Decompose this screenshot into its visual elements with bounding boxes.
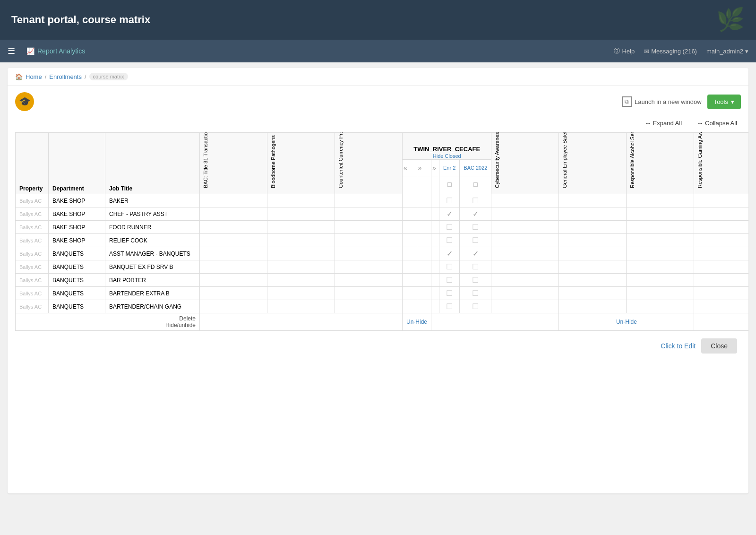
cell-mid-rotated-0	[491, 274, 559, 287]
cell-g1-col-1[interactable]: ☐	[460, 194, 491, 207]
cell-g1-col-1[interactable]: ✓	[460, 247, 491, 260]
th-property: Property	[16, 133, 49, 194]
separator2: /	[85, 73, 86, 80]
messaging-button[interactable]: ✉ Messaging (216)	[644, 48, 697, 55]
cell-g1-col-0[interactable]: ☐	[439, 234, 460, 247]
separator: /	[45, 73, 47, 80]
user-menu[interactable]: main_admin2 ▾	[706, 48, 748, 55]
cell-rotated-2	[335, 207, 403, 221]
collapse-all-button[interactable]: ↔ Collapse All	[697, 120, 737, 127]
cell-g1-col-1[interactable]: ☐	[460, 260, 491, 274]
expand-all-button[interactable]: ↔ Expand All	[645, 120, 682, 127]
cell-g1-col-1[interactable]: ☐	[460, 300, 491, 313]
table-wrapper: Property Department Job Title BAC: Title…	[8, 132, 748, 331]
cell-g1-col-0[interactable]: ☐	[439, 260, 460, 274]
breadcrumb-enrollments[interactable]: Enrollments	[49, 73, 82, 80]
cell-department: BANQUETS	[49, 260, 105, 274]
cell-rotated-1	[267, 287, 335, 300]
g1-next2[interactable]: »	[431, 159, 439, 176]
cell-mid-rotated-2	[627, 274, 694, 287]
cell-rotated-0	[200, 274, 267, 287]
cell-department: BAKE SHOP	[49, 194, 105, 207]
cell-mid-rotated-1	[559, 287, 627, 300]
g1-cb2[interactable]: ☐	[460, 176, 491, 194]
table-row: Ballys ACBANQUETSBARTENDER/CHAIN GANG☐☐✓…	[16, 300, 749, 313]
cell-jobtitle: BARTENDER EXTRA B	[105, 287, 200, 300]
breadcrumb: 🏠 Home / Enrollments / course matrix	[8, 68, 748, 86]
chevron-down-icon: ▾	[731, 98, 734, 105]
cell-g1-nav-0	[403, 274, 417, 287]
cell-g1-col-0[interactable]: ☐	[439, 194, 460, 207]
cell-rotated-2	[335, 247, 403, 260]
cell-g1-col-0[interactable]: ☐	[439, 300, 460, 313]
cell-g1-nav-0	[403, 234, 417, 247]
cell-g1-nav-2	[431, 260, 439, 274]
cell-mid-rotated-1	[559, 207, 627, 221]
cell-mid-rotated-3	[694, 260, 748, 274]
cell-g1-nav-1	[417, 287, 431, 300]
cell-rotated-2	[335, 287, 403, 300]
unhide-button-1[interactable]: Un-Hide	[406, 319, 427, 325]
tools-button[interactable]: Tools ▾	[707, 95, 741, 109]
cell-g1-nav-2	[431, 300, 439, 313]
group1-name: TWIN_RIVER_CECAFE	[406, 146, 487, 153]
close-button[interactable]: Close	[701, 338, 737, 354]
help-button[interactable]: ⓪ Help	[614, 47, 635, 55]
click-to-edit-button[interactable]: Click to Edit	[661, 342, 696, 350]
th-cybersecurity: Cybersecurity Awareness for the Workplac…	[491, 133, 559, 194]
footer-row: Delete Hide/unhide Un-Hide Un-Hide	[16, 313, 749, 331]
cell-property: Ballys AC	[16, 221, 49, 234]
report-analytics-nav[interactable]: 📈 Report Analytics	[26, 47, 85, 55]
cell-g1-nav-0	[403, 287, 417, 300]
cell-g1-col-1[interactable]: ☐	[460, 221, 491, 234]
cell-g1-col-0[interactable]: ☐	[439, 287, 460, 300]
g1-next[interactable]: »	[417, 159, 431, 176]
group1-hide-closed[interactable]: Hide Closed	[433, 153, 461, 159]
trailing	[694, 313, 748, 331]
cell-rotated-2	[335, 234, 403, 247]
g1-cb1[interactable]: ☐	[439, 176, 460, 194]
cell-mid-rotated-2	[627, 207, 694, 221]
cell-g1-col-0[interactable]: ☐	[439, 274, 460, 287]
chart-icon: 📈	[26, 47, 34, 55]
cell-g1-col-1[interactable]: ☐	[460, 234, 491, 247]
cell-property: Ballys AC	[16, 274, 49, 287]
th-general-safety: General Employee Safety Training	[559, 133, 627, 194]
launch-button[interactable]: ⧉ Launch in a new window	[622, 96, 702, 107]
th-jobtitle: Job Title	[105, 133, 200, 194]
cell-g1-col-1[interactable]: ☐	[460, 287, 491, 300]
cell-g1-nav-1	[417, 234, 431, 247]
collapse-arrows-icon: ↔	[697, 120, 703, 127]
cell-mid-rotated-3	[694, 287, 748, 300]
cell-g1-col-0[interactable]: ☐	[439, 221, 460, 234]
cell-rotated-1	[267, 274, 335, 287]
unhide-button-2[interactable]: Un-Hide	[616, 319, 637, 325]
table-row: Ballys ACBAKE SHOPBAKER☐☐✓✓	[16, 194, 749, 207]
help-icon: ⓪	[614, 47, 620, 55]
cell-g1-nav-1	[417, 247, 431, 260]
delete-action[interactable]: Delete	[19, 315, 196, 322]
cell-g1-nav-2	[431, 221, 439, 234]
cell-g1-nav-1	[417, 207, 431, 221]
g1-prev[interactable]: «	[403, 159, 417, 176]
cell-g1-col-1[interactable]: ✓	[460, 207, 491, 221]
cell-mid-rotated-0	[491, 221, 559, 234]
cell-property: Ballys AC	[16, 260, 49, 274]
cell-mid-rotated-1	[559, 260, 627, 274]
top-header: Tenant portal, course matrix 🌿	[0, 0, 756, 40]
cell-g1-col-1[interactable]: ☐	[460, 274, 491, 287]
cell-g1-nav-1	[417, 300, 431, 313]
cell-property: Ballys AC	[16, 194, 49, 207]
hide-unhide-action[interactable]: Hide/unhide	[19, 322, 196, 328]
cell-rotated-2	[335, 194, 403, 207]
th-bloodborne: Bloodborne Pathogens	[267, 133, 335, 194]
hamburger-icon[interactable]: ☰	[8, 46, 15, 56]
cell-mid-rotated-1	[559, 234, 627, 247]
cell-g1-col-0[interactable]: ✓	[439, 207, 460, 221]
table-row: Ballys ACBAKE SHOPFOOD RUNNER☐☐✓✓	[16, 221, 749, 234]
cell-g1-col-0[interactable]: ✓	[439, 247, 460, 260]
cell-g1-nav-1	[417, 194, 431, 207]
th-bac-operations: BAC: Title 31 Transaction Reporting for …	[200, 133, 267, 194]
tool-bar: 🎓 ⧉ Launch in a new window Tools ▾	[8, 86, 748, 118]
breadcrumb-home[interactable]: Home	[26, 73, 42, 80]
